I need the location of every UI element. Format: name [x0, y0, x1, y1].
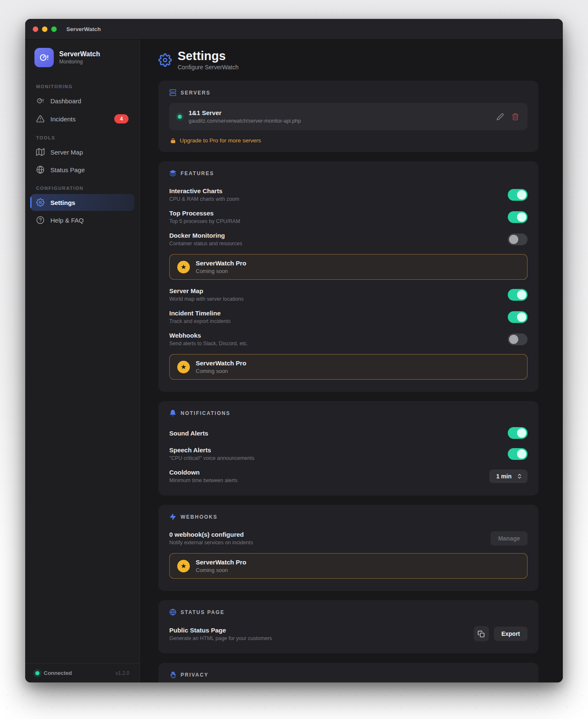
minimize-window-button[interactable] [42, 26, 47, 32]
top-processes-toggle[interactable] [508, 211, 528, 223]
export-button[interactable]: Export [494, 627, 528, 641]
feature-subtitle: CPU & RAM charts with zoom [169, 196, 239, 202]
feature-row-server-map: Server Map World map with server locatio… [169, 283, 528, 306]
brand-name: ServerWatch [59, 50, 100, 58]
server-row: 1&1 Server gauditz.com/serverwatch/serve… [169, 103, 528, 130]
settings-page: Settings Configure ServerWatch SERVERS 1… [140, 39, 563, 682]
toggle-knob [509, 335, 518, 344]
app-brand: ServerWatch Monitoring [25, 39, 139, 73]
notification-subtitle: "CPU critical!" voice announcements [169, 455, 255, 461]
notification-row-speech-alerts: Speech Alerts "CPU critical!" voice anno… [169, 443, 528, 465]
lightning-icon [169, 513, 176, 520]
feature-row-interactive-charts: Interactive Charts CPU & RAM charts with… [169, 184, 528, 206]
incidents-count-badge: 4 [114, 114, 129, 123]
notification-title: Sound Alerts [169, 430, 208, 437]
notifications-card: NOTIFICATIONS Sound Alerts Speech Alerts… [158, 401, 538, 496]
sidebar-item-dashboard[interactable]: Dashboard [30, 92, 134, 109]
pro-banner-title: ServerWatch Pro [196, 360, 246, 367]
pro-banner-subtitle: Coming soon [196, 567, 246, 573]
hand-icon [169, 671, 176, 678]
edit-server-icon[interactable] [496, 113, 504, 121]
close-window-button[interactable] [33, 26, 38, 32]
gauge-icon [36, 97, 45, 105]
chevron-up-down-icon [517, 473, 522, 479]
webhooks-summary-row: 0 webhook(s) configured Notify external … [169, 527, 528, 549]
feature-title: Docker Monitoring [169, 232, 242, 239]
sidebar-item-status-page[interactable]: Status Page [30, 161, 134, 178]
sidebar-item-label: Settings [50, 199, 75, 206]
privacy-card-header: PRIVACY [169, 671, 528, 678]
webhooks-toggle[interactable] [508, 333, 528, 345]
globe-icon [36, 165, 45, 174]
toggle-knob [517, 312, 526, 322]
layers-icon [169, 170, 176, 177]
map-icon [36, 148, 45, 156]
cooldown-select[interactable]: 1 min [489, 470, 528, 483]
webhooks-card-header: WEBHOOKS [169, 513, 528, 520]
sidebar-item-label: Status Page [50, 166, 85, 173]
toggle-knob [509, 235, 518, 244]
feature-subtitle: Track and export incidents [169, 318, 231, 324]
privacy-card: PRIVACY Send usage data (Google Analytic… [158, 663, 538, 682]
copy-status-page-button[interactable] [474, 626, 489, 641]
pro-banner-title: ServerWatch Pro [196, 260, 246, 267]
webhooks-card: WEBHOOKS 0 webhook(s) configured Notify … [158, 505, 538, 591]
status-page-card-header: STATUS PAGE [169, 609, 528, 616]
upgrade-pro-note[interactable]: Upgrade to Pro for more servers [169, 137, 528, 144]
pro-banner-title: ServerWatch Pro [196, 559, 246, 566]
manage-webhooks-button[interactable]: Manage [491, 531, 528, 546]
feature-title: Top Processes [169, 210, 240, 217]
brand-subtitle: Monitoring [59, 59, 100, 65]
sidebar-item-settings[interactable]: Settings [30, 194, 134, 211]
servers-card: SERVERS 1&1 Server gauditz.com/serverwat… [158, 81, 538, 152]
app-window: ServerWatch ServerWatch Monitoring MONIT… [25, 19, 563, 682]
section-label: WEBHOOKS [181, 514, 218, 520]
delete-server-icon[interactable] [512, 113, 519, 121]
speech-alerts-toggle[interactable] [508, 448, 528, 460]
section-label: PRIVACY [181, 672, 208, 678]
pro-banner: ★ ServerWatch Pro Coming soon [169, 553, 528, 579]
feature-title: Webhooks [169, 332, 248, 339]
feature-title: Incident Timeline [169, 310, 231, 317]
incident-timeline-toggle[interactable] [508, 311, 528, 323]
section-label: SERVERS [181, 90, 210, 96]
nav-section-tools: TOOLS [36, 135, 129, 140]
status-page-title: Public Status Page [169, 627, 272, 634]
gear-icon [158, 53, 172, 67]
upgrade-pro-label: Upgrade to Pro for more servers [180, 137, 261, 144]
pro-banner: ★ ServerWatch Pro Coming soon [169, 354, 528, 380]
sidebar-item-incidents[interactable]: Incidents 4 [30, 110, 134, 128]
sidebar-item-help-faq[interactable]: Help & FAQ [30, 212, 134, 228]
star-icon: ★ [177, 560, 190, 572]
sound-alerts-toggle[interactable] [508, 427, 528, 439]
server-online-dot [178, 115, 182, 119]
cooldown-selected-value: 1 min [496, 473, 512, 480]
zoom-window-button[interactable] [51, 26, 57, 32]
notification-title: Cooldown [169, 469, 238, 476]
page-subtitle: Configure ServerWatch [178, 64, 239, 71]
star-icon: ★ [177, 361, 190, 373]
sidebar-nav: MONITORING Dashboard Incidents 4 TOOLS [25, 73, 139, 663]
page-header: Settings Configure ServerWatch [158, 50, 538, 71]
toggle-knob [517, 213, 526, 222]
connection-status-label: Connected [44, 670, 72, 676]
sidebar-item-label: Incidents [50, 115, 76, 123]
feature-row-docker-monitoring: Docker Monitoring Container status and r… [169, 228, 528, 250]
interactive-charts-toggle[interactable] [508, 189, 528, 201]
sidebar: ServerWatch Monitoring MONITORING Dashbo… [25, 39, 140, 682]
docker-monitoring-toggle[interactable] [508, 234, 528, 245]
status-page-card: STATUS PAGE Public Status Page Generate … [158, 600, 538, 653]
feature-row-incident-timeline: Incident Timeline Track and export incid… [169, 306, 528, 328]
server-url: gauditz.com/serverwatch/server-monitor-a… [189, 118, 301, 124]
sidebar-item-label: Help & FAQ [50, 217, 84, 224]
warning-triangle-icon [36, 115, 45, 123]
sidebar-item-server-map[interactable]: Server Map [30, 144, 134, 160]
lock-icon [170, 138, 176, 144]
app-version: v1.2.0 [116, 670, 129, 676]
server-name: 1&1 Server [189, 109, 301, 116]
server-map-toggle[interactable] [508, 289, 528, 301]
pro-banner-subtitle: Coming soon [196, 268, 246, 274]
feature-row-webhooks: Webhooks Send alerts to Slack, Discord, … [169, 328, 528, 350]
pro-banner: ★ ServerWatch Pro Coming soon [169, 254, 528, 280]
globe-icon [169, 609, 176, 616]
